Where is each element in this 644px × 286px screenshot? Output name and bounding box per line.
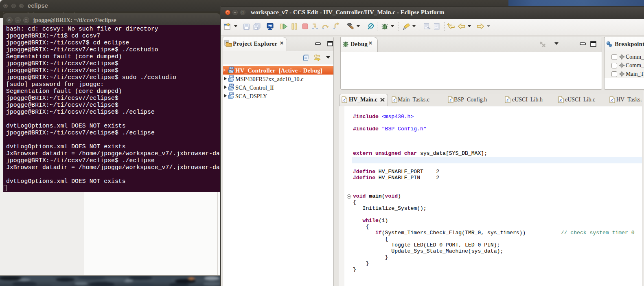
svg-text:.c: .c <box>610 98 613 102</box>
svg-text:CCS: CCS <box>229 75 234 78</box>
svg-text:CCS: CCS <box>229 92 234 95</box>
svg-text:CCS: CCS <box>229 67 234 69</box>
svg-text:CCS: CCS <box>229 84 234 86</box>
svg-text:.c: .c <box>342 98 346 102</box>
svg-text:.c: .c <box>559 98 562 102</box>
svg-text:.c: .c <box>449 98 452 102</box>
svg-text:.c: .c <box>506 98 509 102</box>
svg-text:.c: .c <box>392 98 396 102</box>
